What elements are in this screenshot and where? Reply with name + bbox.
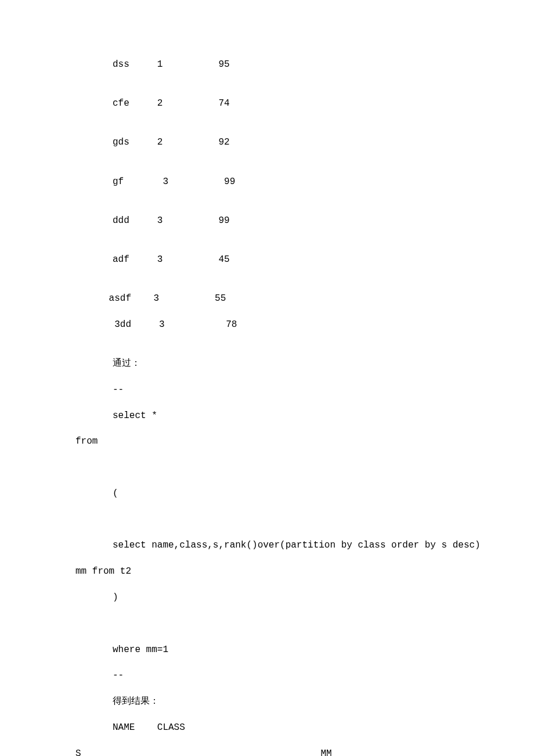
sql-where: where mm=1: [75, 643, 459, 656]
document-content: dss 1 95 cfe 2 74 gds 2 92 gf 3 99 ddd 3…: [75, 58, 459, 756]
result-header-1: NAME CLASS: [75, 721, 459, 734]
result-label: 得到结果：: [75, 695, 459, 708]
label-pass: 通过：: [75, 357, 459, 370]
sql-comment: --: [75, 383, 459, 396]
table-row: asdf 3 55: [75, 292, 459, 305]
sql-comment: --: [75, 669, 459, 682]
table-row: dss 1 95: [75, 58, 459, 71]
table-row: cfe 2 74: [75, 97, 459, 110]
table-row: gf 3 99: [75, 175, 459, 188]
row-text: cfe 2 74: [113, 98, 230, 109]
sql-from: from: [75, 435, 459, 448]
table-row: gds 2 92: [75, 136, 459, 149]
row-text: ddd 3 99: [113, 215, 230, 226]
result-header-2: S MM: [75, 747, 459, 756]
row-text: dss 1 95: [113, 59, 230, 70]
row-text: gds 2 92: [113, 137, 230, 147]
table-row: ddd 3 99: [75, 214, 459, 227]
sql-subselect: select name,class,s,rank()over(partition…: [75, 539, 459, 552]
row-text: gf 3 99: [113, 177, 235, 187]
row-text: asdf 3 55: [109, 293, 226, 304]
sql-select: select *: [75, 409, 459, 422]
table-row: adf 3 45: [75, 253, 459, 266]
sql-paren-close: ): [75, 591, 459, 604]
row-text: adf 3 45: [113, 254, 230, 265]
sql-mm-from: mm from t2: [75, 565, 459, 578]
sql-paren-open: (: [75, 487, 459, 500]
table-row: 3dd 3 78: [75, 318, 459, 331]
row-text: 3dd 3 78: [109, 319, 237, 330]
